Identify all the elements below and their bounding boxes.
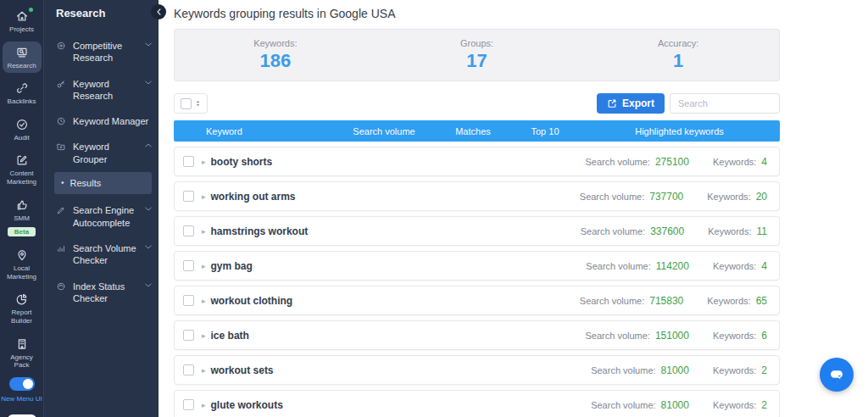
keyword-group-row[interactable]: ▸workout setsSearch volume:81000Keywords… (174, 355, 780, 385)
rail-item-local-marketing[interactable]: Local Marketing (3, 244, 42, 284)
row-checkbox[interactable] (183, 399, 194, 410)
keywords-count-value: 20 (756, 191, 767, 203)
search-volume-metric: Search volume:81000 (591, 364, 689, 376)
table-header: Keyword Search volume Matches Top 10 Hig… (174, 120, 780, 142)
sidebar-item-label: Index Status Checker (73, 281, 138, 305)
search-input[interactable] (670, 93, 780, 114)
thumbs-up-icon (15, 198, 29, 212)
sidebar-item-competitive-research[interactable]: Competitive Research (44, 33, 159, 71)
expand-caret-icon[interactable]: ▸ (202, 366, 206, 375)
select-all-checkbox[interactable] (181, 98, 192, 109)
rail-item-agency-pack[interactable]: Agency Pack (3, 333, 42, 373)
export-button[interactable]: Export (597, 93, 665, 114)
audit-check-icon (15, 118, 29, 131)
rail-item-smm[interactable]: SMMBeta (3, 194, 42, 241)
expand-caret-icon[interactable]: ▸ (202, 262, 206, 270)
group-keyword: gym bag (211, 260, 253, 272)
select-all-control[interactable] (174, 93, 208, 114)
rail-item-label: Research (7, 62, 36, 70)
keyword-group-row[interactable]: ▸working out armsSearch volume:737700Key… (174, 181, 780, 211)
keyword-group-row[interactable]: ▸booty shortsSearch volume:275100Keyword… (174, 147, 780, 176)
home-icon (15, 9, 29, 23)
expand-caret-icon[interactable]: ▸ (202, 401, 206, 409)
chat-bubble-icon (827, 365, 846, 384)
column-header-search-volume[interactable]: Search volume (333, 126, 435, 136)
row-checkbox[interactable] (183, 156, 194, 167)
keywords-count-metric: Keywords:4 (713, 156, 767, 168)
keywords-count-label: Keywords: (713, 261, 756, 271)
search-volume-value: 275100 (655, 156, 689, 168)
rail-item-label: Agency Pack (3, 353, 42, 370)
export-button-label: Export (622, 97, 654, 109)
keyword-group-row[interactable]: ▸glute workoutsSearch volume:81000Keywor… (174, 390, 780, 417)
rail-item-label: SMM (14, 214, 30, 223)
column-header-matches[interactable]: Matches (435, 126, 511, 136)
rail-item-backlinks[interactable]: Backlinks (3, 77, 42, 109)
main-content: Keywords grouping results in Google USA … (159, 0, 868, 417)
keywords-count-metric: Keywords:65 (707, 295, 767, 307)
sidebar-collapse-button[interactable] (151, 4, 166, 19)
row-checkbox[interactable] (183, 364, 194, 375)
chevron-up-icon (145, 143, 152, 147)
keywords-count-metric: Keywords:2 (713, 399, 767, 411)
sidebar-item-keyword-research[interactable]: Keyword Research (44, 71, 159, 109)
sidebar-item-search-volume-checker[interactable]: Search Volume Checker (44, 236, 159, 274)
new-menu-toggle[interactable] (9, 377, 35, 391)
sidebar-item-search-engine-autocomplete[interactable]: Search Engine Autocomplete (44, 197, 159, 236)
expand-caret-icon[interactable]: ▸ (202, 158, 206, 166)
expand-caret-icon[interactable]: ▸ (202, 297, 206, 305)
rail-item-audit[interactable]: Audit (3, 114, 42, 146)
row-checkbox[interactable] (183, 191, 194, 202)
chevron-down-icon (145, 245, 152, 249)
sidebar-item-label: Search Engine Autocomplete (73, 204, 138, 229)
keyword-group-row[interactable]: ▸workout clothingSearch volume:715830Key… (174, 286, 780, 315)
key-icon (56, 79, 66, 89)
rail-item-research[interactable]: Research (3, 42, 42, 74)
sidebar-item-keyword-grouper[interactable]: Keyword Grouper (44, 134, 159, 172)
row-metrics: Search volume:114200Keywords:4 (586, 260, 767, 272)
rail-item-report-builder[interactable]: Report Builder (3, 288, 42, 328)
keyword-group-row[interactable]: ▸ice bathSearch volume:151000Keywords:6 (174, 320, 780, 350)
beta-badge: Beta (8, 227, 36, 236)
rail-item-label: Report Builder (3, 309, 42, 325)
keywords-count-value: 4 (761, 156, 767, 168)
search-volume-label: Search volume: (585, 331, 649, 341)
column-header-highlighted-keywords[interactable]: Highlighted keywords (579, 126, 780, 136)
rail-item-label: Projects (9, 25, 34, 34)
group-keyword: ice bath (211, 330, 249, 342)
row-checkbox[interactable] (183, 260, 194, 271)
rail-item-projects[interactable]: Projects (3, 5, 42, 37)
sidebar-item-label: Keyword Manager (73, 115, 152, 127)
row-metrics: Search volume:81000Keywords:2 (591, 364, 767, 376)
expand-caret-icon[interactable]: ▸ (202, 192, 206, 201)
table-toolbar: Export (174, 93, 780, 114)
sidebar-item-label: Keyword Grouper (73, 141, 138, 165)
keywords-count-label: Keywords: (707, 192, 750, 202)
keyword-group-row[interactable]: ▸hamstrings workoutSearch volume:337600K… (174, 216, 780, 246)
row-checkbox[interactable] (183, 225, 194, 236)
sidebar-item-keyword-manager[interactable]: Keyword Manager (44, 108, 159, 134)
chevron-left-icon (157, 8, 161, 15)
notification-dot (29, 8, 33, 12)
chat-widget-button[interactable] (820, 358, 854, 392)
row-checkbox[interactable] (183, 330, 194, 341)
row-checkbox[interactable] (183, 295, 194, 306)
rail-item-label: Content Marketing (3, 170, 42, 186)
primary-nav-rail: ProjectsResearchBacklinksAuditContent Ma… (0, 0, 44, 417)
expand-caret-icon[interactable]: ▸ (202, 227, 206, 236)
stat-label: Keywords: (253, 38, 297, 48)
column-header-keyword[interactable]: Keyword (174, 126, 333, 136)
page-title: Keywords grouping results in Google USA (174, 7, 868, 20)
rail-item-content-marketing[interactable]: Content Marketing (3, 149, 42, 189)
status-circle-icon (56, 281, 66, 292)
column-header-top10[interactable]: Top 10 (511, 126, 579, 136)
expand-caret-icon[interactable]: ▸ (202, 331, 206, 340)
keywords-count-value: 11 (757, 225, 767, 237)
bar-chart-icon (56, 243, 66, 253)
stat-groups: Groups: 17 (376, 30, 578, 81)
sidebar-item-index-status-checker[interactable]: Index Status Checker (44, 274, 159, 312)
select-dropdown-caret-icon (195, 99, 201, 108)
row-metrics: Search volume:715830Keywords:65 (580, 295, 767, 307)
keyword-group-row[interactable]: ▸gym bagSearch volume:114200Keywords:4 (174, 251, 780, 281)
sidebar-item-results[interactable]: •Results (54, 172, 152, 194)
